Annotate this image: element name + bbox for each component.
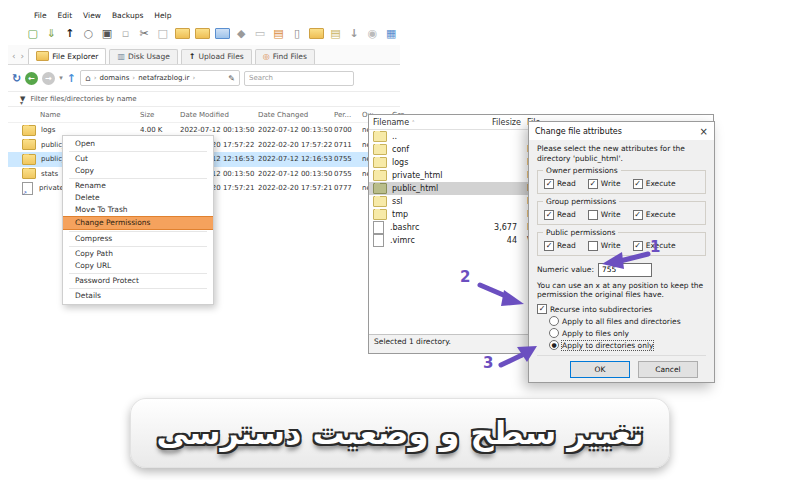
tab-file-explorer[interactable]: File Explorer xyxy=(28,48,106,64)
select-box-icon[interactable]: ▭ xyxy=(253,26,267,41)
file-name: logs xyxy=(392,158,408,167)
context-item-cut[interactable]: Cut xyxy=(63,153,213,165)
back-button[interactable]: ← xyxy=(25,72,38,85)
public-write-checkbox[interactable]: Write xyxy=(588,241,621,251)
breadcrumb-domain-name[interactable]: netafrazblog.ir xyxy=(138,74,189,82)
history-dropdown-icon[interactable]: ▾ xyxy=(59,74,63,82)
tab-scroll-left-icon[interactable]: ‹ xyxy=(11,51,17,61)
column-size[interactable]: Size xyxy=(140,111,180,119)
context-item-delete[interactable]: Delete xyxy=(63,192,213,204)
permissions: 0711 xyxy=(334,141,362,149)
permissions: 0777 xyxy=(334,184,362,192)
move-folder-icon[interactable] xyxy=(195,26,210,41)
apply-all-radio[interactable]: Apply to all files and directories xyxy=(549,316,706,326)
date-changed: 2022-02-20 17:57:22 xyxy=(258,141,334,149)
download-icon[interactable]: ↓ xyxy=(347,26,361,41)
checkbox-icon xyxy=(588,241,598,251)
breadcrumb-separator: › xyxy=(132,74,135,82)
permissions: 0755 xyxy=(334,170,362,178)
column-date-modified[interactable]: Date Modified xyxy=(180,111,258,119)
grid-view-icon[interactable]: ▦ xyxy=(384,26,398,41)
column-filesize[interactable]: Filesize xyxy=(473,118,521,127)
select-all-icon[interactable]: ▣ xyxy=(100,26,114,41)
search-input[interactable] xyxy=(244,71,354,86)
owner-write-checkbox[interactable]: ✓Write xyxy=(588,179,621,189)
context-item-password-protect[interactable]: Password Protect xyxy=(63,275,213,287)
new-folder-icon[interactable] xyxy=(175,26,190,41)
column-name[interactable]: Name xyxy=(22,111,140,119)
folder-icon xyxy=(195,28,210,39)
cancel-button[interactable]: Cancel xyxy=(638,361,698,378)
context-item-details[interactable]: Details xyxy=(63,290,213,302)
search-icon[interactable]: ○ xyxy=(82,26,96,41)
trash-icon[interactable]: ▯ xyxy=(290,26,304,41)
forward-button[interactable]: → xyxy=(42,72,55,85)
context-item-change-permissions[interactable]: Change Permissions xyxy=(63,216,213,230)
restore-backup-icon[interactable]: ⇓ xyxy=(45,26,59,41)
filter-bar[interactable]: ▼ Filter files/directories by name xyxy=(8,91,400,107)
tab-find-files[interactable]: ◎ Find Files xyxy=(255,49,315,64)
dialog-title-bar: Change file attributes × xyxy=(529,122,714,140)
checkbox-label: Execute xyxy=(646,179,676,188)
permissions: 0755 xyxy=(334,155,362,163)
context-item-copy-url[interactable]: Copy URL xyxy=(63,260,213,272)
breadcrumb-domains[interactable]: domains xyxy=(99,74,129,82)
numeric-value-input[interactable] xyxy=(598,263,652,277)
archive-icon[interactable]: ▤ xyxy=(329,26,343,41)
tab-scroll-right-icon[interactable]: › xyxy=(20,51,26,61)
menu-backups[interactable]: Backups xyxy=(112,11,143,20)
date-changed: 2022-02-20 17:57:21 xyxy=(258,184,334,192)
menu-edit[interactable]: Edit xyxy=(58,11,73,20)
menu-file[interactable]: File xyxy=(34,11,47,20)
group-execute-checkbox[interactable]: ✓Execute xyxy=(633,210,676,220)
tab-disk-usage[interactable]: ▥ Disk Usage xyxy=(109,49,177,64)
select-all-caret-icon[interactable]: ▾ xyxy=(20,99,23,106)
group-read-checkbox[interactable]: ✓Read xyxy=(544,210,576,220)
menu-view[interactable]: View xyxy=(83,11,101,20)
radio-icon xyxy=(549,328,559,338)
recurse-checkbox[interactable]: ✓ Recurse into subdirectories xyxy=(537,304,706,314)
group-write-checkbox[interactable]: Write xyxy=(588,210,621,220)
compress-icon[interactable]: ◆ xyxy=(235,26,249,41)
context-item-copy[interactable]: Copy xyxy=(63,165,213,177)
edit-path-icon[interactable]: ✎ xyxy=(228,74,235,83)
context-item-copy-path[interactable]: Copy Path xyxy=(63,248,213,260)
new-file-icon[interactable]: ▢ xyxy=(26,26,40,41)
checkbox-label: Recurse into subdirectories xyxy=(550,305,652,314)
apply-directories-only-radio[interactable]: ● Apply to directories only xyxy=(549,340,706,350)
close-icon[interactable]: × xyxy=(700,127,708,137)
column-filename[interactable]: Filename ˄ xyxy=(373,118,473,127)
banner-title: تغییر سطح و وضعیت دسترسی xyxy=(157,414,644,452)
folder-up-icon[interactable] xyxy=(309,26,324,41)
context-item-rename[interactable]: Rename xyxy=(63,180,213,192)
owner-execute-checkbox[interactable]: ✓Execute xyxy=(633,179,676,189)
paste-icon[interactable]: □ xyxy=(156,26,170,41)
upload-icon[interactable]: ↑ xyxy=(63,26,77,41)
copy-icon[interactable]: ▫ xyxy=(119,26,133,41)
up-directory-button[interactable]: ↑ xyxy=(67,72,76,85)
group-label: Public permissions xyxy=(543,228,618,237)
context-item-open[interactable]: Open xyxy=(63,138,213,150)
change-attributes-dialog: Change file attributes × Please select t… xyxy=(528,121,715,383)
menu-divider xyxy=(69,273,207,274)
checkbox-icon: ✓ xyxy=(544,179,554,189)
ok-button[interactable]: OK xyxy=(570,361,630,378)
column-date-changed[interactable]: Date Changed xyxy=(258,111,334,119)
note-icon[interactable]: ▤ xyxy=(272,26,286,41)
public-execute-checkbox[interactable]: ✓Execute xyxy=(633,241,676,251)
menu-help[interactable]: Help xyxy=(154,11,171,20)
copy-folder-icon[interactable] xyxy=(215,26,230,41)
cut-icon[interactable]: ✂ xyxy=(137,26,151,41)
preview-icon[interactable]: ◉ xyxy=(366,26,380,41)
checkbox-label: Read xyxy=(557,241,576,250)
public-read-checkbox[interactable]: ✓Read xyxy=(544,241,576,251)
owner-read-checkbox[interactable]: ✓Read xyxy=(544,179,576,189)
refresh-icon[interactable]: ↻ xyxy=(12,72,21,85)
sort-asc-icon: ˄ xyxy=(412,119,415,126)
column-permissions[interactable]: Per... xyxy=(334,111,362,119)
tab-upload-files[interactable]: ↑ Upload Files xyxy=(181,49,252,64)
context-item-move-to-trash[interactable]: Move To Trash xyxy=(63,204,213,216)
home-icon[interactable]: ⌂ xyxy=(85,73,91,83)
apply-files-only-radio[interactable]: Apply to files only xyxy=(549,328,706,338)
context-item-compress[interactable]: Compress xyxy=(63,233,213,245)
